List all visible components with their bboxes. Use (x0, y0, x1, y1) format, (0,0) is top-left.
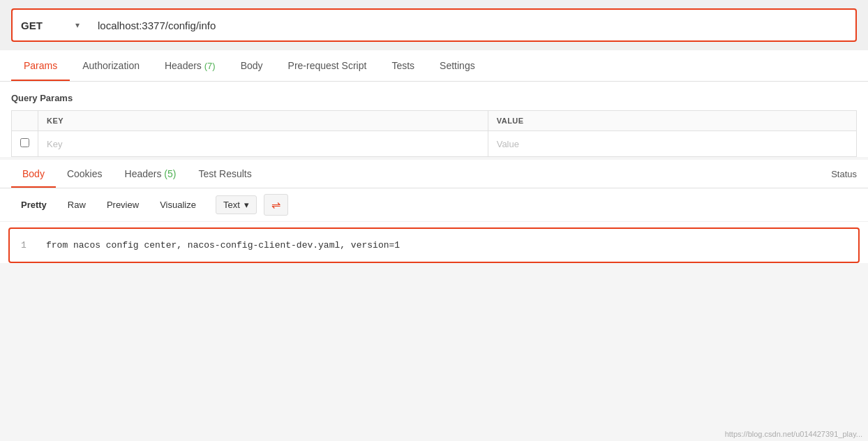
url-input-wrapper (88, 8, 857, 42)
tab-settings[interactable]: Settings (427, 50, 488, 81)
method-chevron-icon: ▾ (75, 20, 80, 30)
response-code: from nacos config center, nacos-config-c… (46, 240, 400, 251)
row-checkbox[interactable] (12, 131, 38, 157)
resp-tab-headers[interactable]: Headers (5) (114, 160, 188, 188)
format-type-label: Text (223, 200, 240, 210)
value-col-header: VALUE (488, 111, 856, 131)
tab-prerequest[interactable]: Pre-request Script (276, 50, 380, 81)
wrap-icon: ⇌ (271, 198, 280, 211)
value-placeholder: Value (497, 139, 519, 149)
raw-button[interactable]: Raw (58, 195, 96, 214)
key-col-header: KEY (38, 111, 488, 131)
preview-button[interactable]: Preview (97, 195, 149, 214)
query-params-title: Query Params (11, 93, 857, 103)
params-section: Query Params KEY VALUE Key Value (0, 82, 868, 157)
resp-headers-badge: (5) (164, 168, 176, 179)
method-select[interactable]: GET POST PUT DELETE PATCH HEAD OPTIONS (21, 20, 71, 31)
resp-tab-test-results[interactable]: Test Results (187, 160, 262, 188)
tab-authorization[interactable]: Authorization (70, 50, 152, 81)
request-tabs-section: Params Authorization Headers (7) Body Pr… (0, 50, 868, 82)
format-type-select[interactable]: Text ▾ (216, 195, 257, 214)
wrap-button[interactable]: ⇌ (264, 194, 288, 216)
request-tabs-list: Params Authorization Headers (7) Body Pr… (11, 50, 857, 81)
value-cell[interactable]: Value (488, 131, 856, 157)
resp-tab-cookies[interactable]: Cookies (56, 160, 114, 188)
tab-tests[interactable]: Tests (379, 50, 427, 81)
format-bar: Pretty Raw Preview Visualize Text ▾ ⇌ (0, 188, 868, 222)
code-area: 1 from nacos config center, nacos-config… (8, 227, 860, 263)
url-input[interactable] (98, 20, 846, 31)
visualize-button[interactable]: Visualize (150, 195, 206, 214)
line-number: 1 (21, 240, 32, 251)
key-cell[interactable]: Key (38, 131, 488, 157)
tab-params[interactable]: Params (11, 50, 70, 81)
format-type-chevron-icon: ▾ (244, 200, 249, 210)
headers-badge: (7) (204, 61, 216, 71)
resp-tab-body[interactable]: Body (11, 160, 56, 188)
response-tabs: Body Cookies Headers (5) Test Results St… (0, 160, 868, 188)
response-section: Body Cookies Headers (5) Test Results St… (0, 160, 868, 263)
response-status: Status (831, 169, 857, 179)
pretty-button[interactable]: Pretty (11, 195, 57, 214)
params-table: KEY VALUE Key Value (11, 110, 857, 157)
table-row: Key Value (12, 131, 857, 157)
checkbox-col-header (12, 111, 38, 131)
request-bar: GET POST PUT DELETE PATCH HEAD OPTIONS ▾ (0, 0, 868, 50)
tab-headers[interactable]: Headers (7) (152, 50, 228, 81)
tab-body[interactable]: Body (228, 50, 276, 81)
method-select-wrapper: GET POST PUT DELETE PATCH HEAD OPTIONS ▾ (11, 8, 88, 42)
param-checkbox[interactable] (20, 138, 29, 147)
key-placeholder: Key (47, 139, 62, 149)
